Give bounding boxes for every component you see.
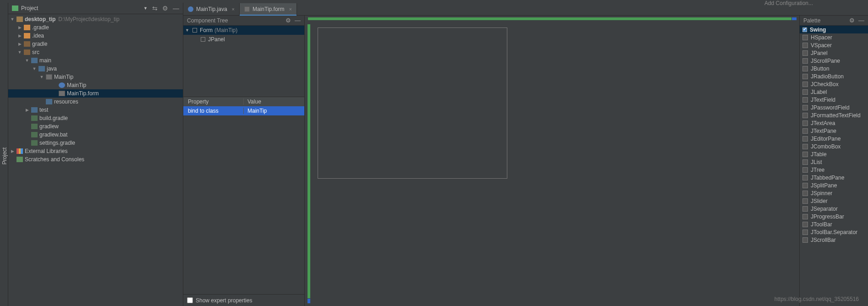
palette-list[interactable]: Swing HSpacerVSpacerJPanelJScrollPaneJBu…	[800, 26, 868, 306]
palette-item-jtextpane[interactable]: JTextPane	[800, 127, 868, 135]
palette-item-jtoolbar-separator[interactable]: JToolBar.Separator	[800, 228, 868, 236]
tree-node-java[interactable]: ▼java	[8, 65, 183, 73]
root-path: D:\MyProject\desktop_tip	[58, 16, 119, 22]
tree-node-main[interactable]: ▼main	[8, 56, 183, 65]
palette-item-label: JTree	[811, 167, 824, 173]
component-tree[interactable]: ▼ Form (MainTip) JPanel	[183, 26, 304, 97]
project-tree[interactable]: ▼ desktop_tipD:\MyProject\desktop_tip ▶.…	[8, 14, 183, 306]
close-icon[interactable]: ×	[232, 6, 235, 12]
palette-item-label: JToolBar	[811, 221, 832, 228]
project-view-dropdown[interactable]: ▼	[143, 6, 148, 11]
property-row-bind[interactable]: bind to class MainTip	[183, 106, 304, 115]
form-icon	[244, 6, 250, 12]
tree-node-test[interactable]: ▶test	[8, 106, 183, 114]
palette-item-jtabbedpane[interactable]: JTabbedPane	[800, 174, 868, 181]
tree-node-gradlewbat[interactable]: gradlew.bat	[8, 131, 183, 139]
prop-key: bind to class	[183, 108, 244, 114]
tree-node-dotgradle[interactable]: ▶.gradle	[8, 23, 183, 32]
tree-node-src[interactable]: ▼src	[8, 48, 183, 56]
tab-maintip-form[interactable]: MainTip.form ×	[240, 3, 297, 15]
ct-jpanel-label: JPanel	[208, 36, 225, 43]
tab-label: MainTip.java	[196, 6, 227, 12]
ct-form-node[interactable]: ▼ Form (MainTip)	[183, 26, 304, 35]
palette-item-jradiobutton[interactable]: JRadioButton	[800, 72, 868, 80]
palette-item-jprogressbar[interactable]: JProgressBar	[800, 213, 868, 220]
palette-item-label: JCheckBox	[811, 81, 839, 87]
tree-node-idea[interactable]: ▶.idea	[8, 32, 183, 40]
palette-item-jsplitpane[interactable]: JSplitPane	[800, 181, 868, 189]
gear-icon[interactable]: ⚙	[286, 17, 291, 24]
palette-item-jtree[interactable]: JTree	[800, 166, 868, 174]
palette-item-jpanel[interactable]: JPanel	[800, 49, 868, 57]
palette-item-jlabel[interactable]: JLabel	[800, 88, 868, 96]
tree-node-external-libs[interactable]: ▶External Libraries	[8, 147, 183, 155]
palette-item-label: JSeparator	[811, 206, 838, 212]
palette-item-jtable[interactable]: JTable	[800, 150, 868, 158]
palette-item-label: JProgressBar	[811, 213, 844, 220]
component-icon	[802, 230, 808, 235]
tree-node-buildgradle[interactable]: build.gradle	[8, 114, 183, 122]
tree-node-resources[interactable]: resources	[8, 98, 183, 106]
tab-maintip-java[interactable]: MainTip.java ×	[183, 3, 240, 15]
palette-group-swing[interactable]: Swing	[800, 26, 868, 33]
component-icon	[802, 214, 808, 219]
palette-item-jcheckbox[interactable]: JCheckBox	[800, 80, 868, 88]
close-icon[interactable]: ×	[289, 6, 292, 12]
tree-root[interactable]: ▼ desktop_tipD:\MyProject\desktop_tip	[8, 15, 183, 23]
root-name: desktop_tip	[25, 16, 55, 22]
palette-item-vspacer[interactable]: VSpacer	[800, 41, 868, 49]
palette-item-jspinner[interactable]: JSpinner	[800, 189, 868, 197]
palette-item-hspacer[interactable]: HSpacer	[800, 33, 868, 41]
tree-node-gradle[interactable]: ▶gradle	[8, 40, 183, 48]
gear-icon[interactable]: ⚙	[162, 5, 168, 12]
palette-item-jcombobox[interactable]: JComboBox	[800, 142, 868, 150]
palette-item-jslider[interactable]: JSlider	[800, 197, 868, 205]
component-icon	[802, 105, 808, 110]
editor-area: MainTip.java × MainTip.form × Component …	[183, 3, 868, 306]
palette-item-label: JLabel	[811, 89, 827, 95]
form-surface[interactable]	[318, 27, 507, 179]
palette-item-jtextfield[interactable]: JTextField	[800, 96, 868, 104]
class-icon	[188, 6, 193, 12]
project-icon	[12, 5, 18, 11]
ct-jpanel-node[interactable]: JPanel	[183, 35, 304, 44]
tree-node-maintip-class[interactable]: MainTip	[8, 81, 183, 89]
palette-item-jtextarea[interactable]: JTextArea	[800, 119, 868, 127]
collapse-all-icon[interactable]: ⇆	[152, 5, 158, 12]
tree-node-scratches[interactable]: Scratches and Consoles	[8, 155, 183, 164]
show-expert-checkbox[interactable]	[187, 297, 193, 303]
minimize-icon[interactable]: —	[858, 17, 864, 24]
col-property: Property	[183, 98, 244, 105]
palette-item-jscrollpane[interactable]: JScrollPane	[800, 57, 868, 65]
left-tool-rail[interactable]: Project	[0, 3, 8, 306]
palette-item-jpasswordfield[interactable]: JPasswordField	[800, 104, 868, 111]
prop-value: MainTip	[244, 108, 304, 114]
palette-item-label: JEditorPane	[811, 136, 841, 142]
tree-node-gradlew[interactable]: gradlew	[8, 122, 183, 131]
project-tool-tab[interactable]: Project	[1, 148, 8, 164]
component-icon	[802, 144, 808, 149]
minimize-icon[interactable]: —	[295, 17, 301, 24]
add-configuration-button[interactable]: Add Configuration...	[764, 0, 813, 6]
palette-item-jformattedtextfield[interactable]: JFormattedTextField	[800, 111, 868, 119]
palette-item-jlist[interactable]: JList	[800, 158, 868, 166]
minimize-icon[interactable]: —	[173, 5, 179, 12]
palette-item-jtoolbar[interactable]: JToolBar	[800, 220, 868, 228]
palette-header: Palette ⚙ —	[800, 16, 868, 26]
ruler-horizontal[interactable]	[308, 17, 797, 21]
palette-item-jbutton[interactable]: JButton	[800, 65, 868, 72]
palette-item-jseparator[interactable]: JSeparator	[800, 205, 868, 213]
ct-form-label: Form	[200, 27, 213, 33]
ruler-vertical[interactable]	[308, 24, 311, 303]
ct-form-hint: (MainTip)	[214, 27, 237, 33]
palette-item-jeditorpane[interactable]: JEditorPane	[800, 135, 868, 142]
tree-node-settingsgradle[interactable]: settings.gradle	[8, 139, 183, 147]
palette-title: Palette	[803, 17, 846, 24]
gear-icon[interactable]: ⚙	[849, 17, 855, 24]
component-icon	[802, 175, 808, 180]
property-header: Property Value	[183, 97, 304, 106]
tree-node-maintip-pkg[interactable]: ▼MainTip	[8, 73, 183, 81]
palette-item-jscrollbar[interactable]: JScrollBar	[800, 236, 868, 244]
tree-node-maintip-form[interactable]: MainTip.form	[8, 89, 183, 98]
show-expert-label: Show expert properties	[196, 297, 252, 304]
